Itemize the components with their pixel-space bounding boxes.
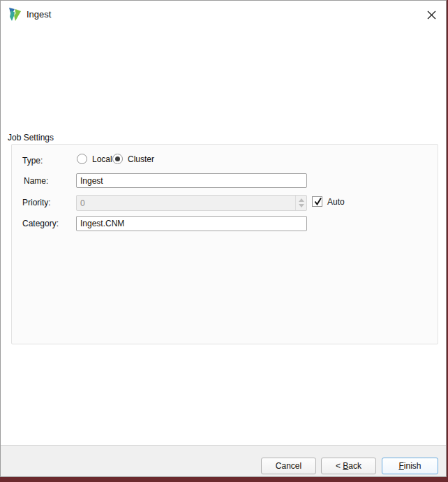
radio-unchecked-icon	[77, 154, 87, 164]
type-radio-local-label: Local	[92, 154, 112, 164]
spinner-up-icon	[299, 198, 304, 202]
name-label: Name:	[24, 176, 48, 186]
window-title: Ingest	[27, 9, 51, 20]
priority-spinner	[295, 196, 306, 210]
title-bar[interactable]: Ingest	[1, 1, 446, 29]
type-radio-cluster[interactable]: Cluster	[112, 154, 154, 164]
job-settings-group: Type: Local Cluster Name: Priority:	[11, 144, 438, 344]
priority-input	[77, 196, 294, 210]
finish-button[interactable]: Finish	[382, 458, 438, 474]
cancel-button-label: Cancel	[276, 461, 301, 471]
priority-label: Priority:	[22, 198, 51, 207]
close-icon[interactable]	[424, 8, 438, 22]
type-radio-local[interactable]: Local	[77, 154, 112, 164]
app-logo-icon	[8, 7, 22, 22]
footer-bar: Cancel < Back Finish	[1, 445, 446, 476]
auto-checkbox[interactable]	[312, 196, 322, 207]
type-radio-cluster-label: Cluster	[128, 154, 154, 164]
category-label: Category:	[22, 219, 59, 228]
finish-button-label: Finish	[398, 461, 421, 471]
ingest-dialog: Ingest Job Settings Type: Local Cluster …	[0, 0, 447, 477]
radio-checked-icon	[112, 154, 123, 164]
spinner-down-icon	[299, 204, 304, 207]
auto-checkbox-row[interactable]: Auto	[312, 196, 345, 207]
auto-checkbox-label: Auto	[327, 197, 345, 207]
cancel-button[interactable]: Cancel	[261, 458, 316, 474]
job-settings-section-label: Job Settings	[8, 133, 54, 143]
category-input[interactable]	[76, 216, 307, 231]
checkmark-icon	[313, 196, 324, 207]
back-button[interactable]: < Back	[321, 458, 376, 474]
priority-spinbox	[76, 195, 307, 211]
back-button-label: < Back	[336, 461, 361, 471]
type-label: Type:	[22, 156, 43, 166]
name-input[interactable]	[76, 173, 307, 188]
